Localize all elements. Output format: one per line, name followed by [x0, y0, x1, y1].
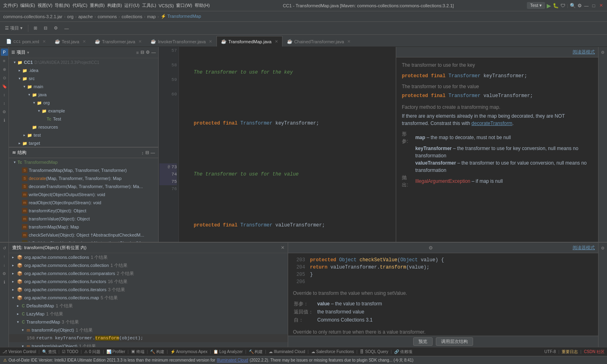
tree-item-idea[interactable]: ▸ 📁 .idea: [9, 66, 158, 74]
struct-transformmap[interactable]: m transformMap(Map): Map: [9, 223, 158, 231]
maximize-btn[interactable]: □: [591, 3, 596, 8]
bottom-vtab-5[interactable]: ℹ: [1, 278, 8, 286]
plugin-todo[interactable]: ☑ TODO: [62, 349, 78, 354]
vtab-7[interactable]: ↕: [1, 99, 8, 107]
bottom-vtab-3[interactable]: ↓: [1, 261, 8, 269]
app-menu-build[interactable]: 构建(B): [107, 2, 122, 8]
plugin-terminal[interactable]: ▣ 终端: [131, 349, 144, 355]
app-menu-refactor[interactable]: 重构(B): [90, 2, 105, 8]
app-menu-window[interactable]: 窗口(W): [176, 2, 192, 8]
find-item-map[interactable]: ▾ 📦 org.apache.commons.collections.map 5…: [9, 294, 288, 302]
tree-item-target[interactable]: ▸ 📁 target: [9, 139, 158, 147]
vtab-project[interactable]: P: [1, 49, 8, 56]
app-menu-tools[interactable]: 工具(L): [142, 2, 156, 8]
search-everywhere[interactable]: 🔍: [570, 3, 576, 8]
tab-transformer-java[interactable]: ☕ Transformer.java ✕: [90, 36, 146, 47]
toolbar-btn-1[interactable]: ⊞: [31, 24, 40, 33]
tree-item-test-class[interactable]: Tc Test: [9, 115, 158, 123]
status-plugin-name[interactable]: Illuminated Cloud: [217, 358, 248, 362]
vtab-4[interactable]: ⊙: [1, 74, 8, 81]
find-item-lazymap[interactable]: ▸ C LazyMap 1 个结果: [9, 310, 288, 318]
bottom-vtab-1[interactable]: ↺: [1, 244, 8, 252]
tab-chained-close[interactable]: ✕: [347, 39, 350, 44]
app-menu-view[interactable]: 视图(V): [38, 2, 53, 8]
tab-pom-xml[interactable]: 📄 CC1 pom.xml ✕: [2, 36, 50, 47]
close-btn[interactable]: ✕: [598, 3, 604, 8]
tab-test-close[interactable]: ✕: [83, 39, 86, 44]
tree-item-cc1[interactable]: ▾ 📁 CC1 D:\JAVA\IDEA 2021.3.3\Project\CC…: [9, 58, 158, 66]
vtab-3[interactable]: ⊕: [1, 66, 8, 73]
sidebar-toolbar-btn4[interactable]: —: [151, 50, 156, 55]
struct-checksetvalue[interactable]: m checkSetValue(Object): Object †Abstrac…: [9, 231, 158, 239]
minimize-btn[interactable]: —: [584, 3, 589, 8]
bottom-vtab-2[interactable]: ↑: [1, 253, 8, 260]
tree-item-resources[interactable]: 📁 resources: [9, 123, 158, 131]
doc-link-decoratetransform[interactable]: decorateTransform: [471, 121, 512, 126]
find-item-defaultedmap[interactable]: ▸ C DefaultedMap 1 个结果: [9, 302, 288, 310]
plugin-build2[interactable]: 🔨 构建: [249, 349, 263, 355]
tree-item-main[interactable]: ▾ 📁 main: [9, 83, 158, 91]
bottom-doc-reading-mode[interactable]: 阅读器模式: [573, 245, 595, 251]
breadcrumb-item-apache[interactable]: apache: [78, 14, 93, 19]
sidebar-toolbar-btn1[interactable]: ≡: [136, 50, 139, 55]
structure-filter-btn[interactable]: ⊟: [145, 150, 149, 155]
app-menu-vcs[interactable]: VCS(S): [159, 3, 174, 8]
tab-test-java[interactable]: ☕ Test.java ✕: [50, 36, 90, 47]
breadcrumb-item-class[interactable]: ⚡ TransformedMap: [161, 14, 201, 19]
find-item-collection[interactable]: ▸ 📦 org.apache.commons.collections.colle…: [9, 261, 288, 269]
struct-decoratetransform[interactable]: S decorateTransform(Map, Transformer, Tr…: [9, 182, 158, 190]
debug-button[interactable]: 🐛: [553, 3, 559, 8]
app-menu-navigate[interactable]: 导航(N): [55, 2, 70, 8]
plugin-log-analyzer[interactable]: 📋 Log Analyzer: [213, 349, 243, 354]
plugin-illuminated[interactable]: ☁ Illuminated Cloud: [269, 349, 305, 354]
vtab-8[interactable]: ⚙: [1, 108, 8, 115]
struct-transformkey[interactable]: m transformKey(Object): Object: [9, 207, 158, 215]
tree-item-test-dir[interactable]: ▸ 📁 test: [9, 131, 158, 139]
plugin-important-log[interactable]: 重要日志: [562, 349, 578, 355]
tab-chained-java[interactable]: ☕ ChainedTransformer.java ✕: [282, 36, 355, 47]
find-item-comparators[interactable]: ▸ 📦 org.apache.commons.collections.compa…: [9, 269, 288, 277]
struct-decorate[interactable]: S decorate (Map, Transformer, Transforme…: [9, 174, 158, 182]
find-item-collections[interactable]: ▸ 📦 org.apache.commons.collections 1 个结果: [9, 253, 288, 261]
find-item-transformvalue[interactable]: ▾ m transformValue(Object) 1 个结果: [9, 342, 288, 347]
preview-btn[interactable]: 预览: [413, 337, 433, 346]
vtab-9[interactable]: ℹ: [1, 116, 8, 124]
tab-invoker-close[interactable]: ✕: [209, 39, 212, 44]
struct-transformedmap[interactable]: ▾ Tc TransformedMap: [9, 158, 158, 166]
struct-writeobject[interactable]: m writeObject(ObjectOutputStream): void: [9, 190, 158, 199]
app-menu-file[interactable]: 文件(F): [3, 2, 18, 8]
bottom-doc-settings-icon[interactable]: ⚙: [429, 245, 433, 251]
app-menu-run[interactable]: 运行(U): [124, 2, 139, 8]
vtab-5[interactable]: 🔖: [1, 83, 8, 90]
plugin-encoding[interactable]: UTF-8: [544, 349, 556, 354]
struct-constructor[interactable]: S TransformedMap(Map, Transformer, Trans…: [9, 166, 158, 174]
toolbar-btn-2[interactable]: ⊟: [41, 24, 50, 33]
bottom-right-vtab-1[interactable]: ⚙: [599, 244, 607, 252]
doc-reading-mode-label[interactable]: 阅读器模式: [573, 49, 595, 55]
vtab-6[interactable]: ↕: [1, 91, 8, 98]
tab-transformedmap-close[interactable]: ✕: [275, 39, 278, 44]
struct-transformvalue[interactable]: m transformValue(Object): Object: [9, 215, 158, 223]
editor-content[interactable]: 57 58 59 60: [159, 47, 396, 242]
sidebar-toolbar-btn3[interactable]: ⚙: [146, 50, 150, 55]
plugin-soql[interactable]: 🗄 SOQL Query: [360, 349, 388, 354]
plugin-build[interactable]: 🔨 构建: [150, 349, 164, 355]
breadcrumb-item-commons[interactable]: commons: [98, 14, 117, 19]
tree-item-example[interactable]: ▾ 📁 example: [9, 107, 158, 115]
plugin-anon-apex[interactable]: ⚡ Anonymous Apex: [170, 349, 208, 354]
tab-transformer-close[interactable]: ✕: [138, 39, 142, 44]
plugin-version-control[interactable]: ⎇ Version Control: [2, 349, 36, 354]
app-menu-edit[interactable]: 编辑(E): [20, 2, 35, 8]
tab-transformedmap-java[interactable]: ☕ TransformedMap.java ✕: [216, 36, 282, 47]
run-button[interactable]: ▶: [547, 2, 551, 9]
find-close-btn[interactable]: ✕: [281, 245, 284, 250]
app-menu-code[interactable]: 代码(C): [72, 2, 87, 8]
struct-readobject[interactable]: m readObject(ObjectInputStream): void: [9, 199, 158, 207]
structure-settings-btn[interactable]: —: [151, 150, 155, 155]
run-coverage[interactable]: 🛡: [560, 3, 565, 8]
plugin-deps[interactable]: 🔗 依赖项: [394, 349, 412, 355]
tree-item-java[interactable]: ▾ 📁 java: [9, 91, 158, 99]
structure-sort-btn[interactable]: ↕: [142, 150, 144, 155]
run-config-dropdown[interactable]: Test ▾: [527, 2, 545, 9]
find-result-158[interactable]: 158 return keyTransformer.transform(obje…: [9, 334, 288, 342]
